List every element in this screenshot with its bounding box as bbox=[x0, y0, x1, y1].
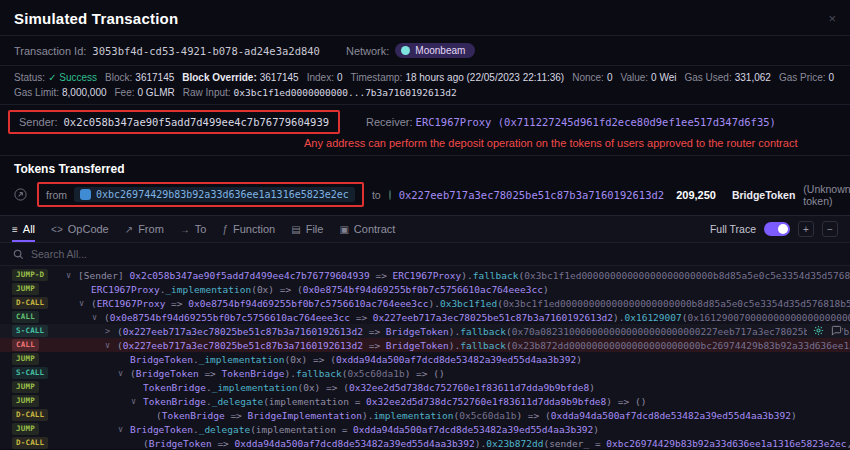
trace-row[interactable]: S-CALL>(0x227eeb717a3ec78025be51c87b3a71… bbox=[0, 324, 850, 338]
trace-controls: Full Trace + − bbox=[710, 221, 838, 237]
meta-gas-price: Gas Price:0 Wei bbox=[779, 72, 836, 83]
trace-line-text: BridgeToken._delegate(implementation = 0… bbox=[130, 424, 599, 435]
from-address[interactable]: 0xbc26974429b83b92a33d636ee1a1316e5823e2… bbox=[74, 187, 355, 202]
transaction-id-row: Transaction Id: 3053bf4d-cd53-4921-b078-… bbox=[0, 36, 850, 66]
trace-row[interactable]: JUMP-D∨[Sender] 0x2c058b347ae90f5add7d49… bbox=[0, 268, 850, 282]
trace-line-text: (TokenBridge => BridgeImplementation).im… bbox=[156, 410, 797, 421]
tab-label: Function bbox=[233, 223, 275, 235]
meta-row-2: Gas Limit:8,000,000Fee:0 GLMRRaw Input:0… bbox=[14, 87, 836, 98]
trace-line-text: [Sender] 0x2c058b347ae90f5add7d499ee4c7b… bbox=[78, 270, 850, 281]
meta-status: Status:✓ Success bbox=[14, 72, 97, 83]
tab-label: All bbox=[23, 223, 35, 235]
trace-row[interactable]: JUMPTokenBridge._implementation(0x) => (… bbox=[0, 380, 850, 394]
contract-icon: ▣ bbox=[339, 224, 348, 235]
meta-nonce: Nonce:0 bbox=[572, 72, 612, 83]
token-amount: 209,250 bbox=[676, 189, 716, 201]
search-input[interactable] bbox=[31, 248, 271, 260]
chevron-down-icon[interactable]: ∨ bbox=[66, 270, 78, 280]
trace-row[interactable]: JUMP∨BridgeToken._delegate(implementatio… bbox=[0, 422, 850, 436]
chevron-down-icon[interactable]: ∨ bbox=[118, 368, 130, 378]
trace-row[interactable]: D-CALL∨(ERC1967Proxy => 0x0e8754bf94d692… bbox=[0, 296, 850, 310]
network-logo-icon bbox=[401, 46, 410, 55]
meta-block-override: Block Override:3617145 bbox=[182, 72, 298, 83]
from-address-text: 0xbc26974429b83b92a33d636ee1a1316e5823e2… bbox=[96, 189, 349, 200]
to-address[interactable]: 0x227eeb717a3ec78025be51c87b3a7160192613… bbox=[399, 189, 665, 201]
opcode-badge: JUMP bbox=[12, 395, 39, 407]
network-name: Moonbeam bbox=[415, 45, 465, 56]
tab-function[interactable]: ƒFunction bbox=[222, 216, 275, 242]
to-label: to bbox=[372, 189, 381, 201]
function-icon: ƒ bbox=[222, 224, 228, 235]
token-note: (Unknown token) bbox=[803, 183, 850, 207]
opcode-badge: CALL bbox=[12, 311, 39, 323]
meta-row-1: Status:✓ SuccessBlock:3617145Block Overr… bbox=[14, 72, 836, 83]
trace-line-text: (0x0e8754bf94d69255bf0b7c5756610ac764eee… bbox=[104, 312, 850, 323]
receiver-address[interactable]: ERC1967Proxy (0x711227245d961fd2ece80d9e… bbox=[416, 116, 776, 128]
trace-line-text: TokenBridge._delegate(implementation = 0… bbox=[143, 396, 646, 407]
opcode-badge: D-CALL bbox=[12, 297, 48, 309]
opcode-badge: JUMP bbox=[12, 353, 39, 365]
tab-label: Contract bbox=[354, 223, 396, 235]
trace-row[interactable]: JUMP∨TokenBridge._delegate(implementatio… bbox=[0, 394, 850, 408]
tab-opcode[interactable]: <>OpCode bbox=[51, 216, 109, 242]
gear-icon[interactable] bbox=[813, 325, 824, 338]
chevron-right-icon[interactable]: > bbox=[105, 326, 117, 336]
opcode-badge: S-CALL bbox=[12, 367, 48, 379]
opcode-badge: CALL bbox=[12, 339, 39, 351]
expand-all-button[interactable]: + bbox=[798, 221, 814, 237]
chevron-down-icon[interactable]: ∨ bbox=[105, 340, 117, 350]
trace-row[interactable]: JUMPERC1967Proxy._implementation(0x) => … bbox=[0, 282, 850, 296]
tab-file[interactable]: ▤File bbox=[291, 216, 323, 242]
trace-row[interactable]: S-CALL∨(BridgeToken => TokenBridge).fall… bbox=[0, 366, 850, 380]
meta-block: Block:3617145 bbox=[105, 72, 174, 83]
contract-icon bbox=[389, 190, 391, 200]
trace-row[interactable]: D-CALL(TokenBridge => BridgeImplementati… bbox=[0, 408, 850, 422]
annotation-text: Any address can perform the deposit oper… bbox=[304, 137, 836, 149]
trace-line-text: (BridgeToken => 0xdda94da500af7dcd8de534… bbox=[143, 438, 850, 449]
transaction-id-value: 3053bf4d-cd53-4921-b078-ad24e3a2d840 bbox=[92, 45, 320, 57]
trace-row[interactable]: CALL∨(0x0e8754bf94d69255bf0b7c5756610ac7… bbox=[0, 310, 850, 324]
network-label: Network: bbox=[346, 45, 389, 57]
trace-line-text: ERC1967Proxy._implementation(0x) => (0x0… bbox=[91, 284, 549, 295]
tab-label: OpCode bbox=[68, 223, 109, 235]
sender-label: Sender: bbox=[19, 116, 58, 128]
full-trace-toggle[interactable] bbox=[764, 222, 790, 236]
token-icon bbox=[80, 189, 91, 200]
receiver-label: Receiver: bbox=[366, 116, 412, 128]
collapse-all-button[interactable]: − bbox=[822, 221, 838, 237]
page-header: Simulated Transaction × bbox=[0, 0, 850, 36]
code-icon: <> bbox=[51, 224, 63, 235]
tab-from[interactable]: ↗From bbox=[125, 216, 164, 242]
opcode-badge: JUMP bbox=[12, 381, 39, 393]
meta-value: Value:0 Wei bbox=[620, 72, 676, 83]
comment-icon[interactable] bbox=[831, 325, 842, 338]
token-transfer-row: from 0xbc26974429b83b92a33d636ee1a1316e5… bbox=[14, 182, 836, 207]
transaction-meta: Status:✓ SuccessBlock:3617145Block Overr… bbox=[0, 66, 850, 105]
chevron-down-icon[interactable]: ∨ bbox=[118, 424, 130, 434]
meta-gas-limit: Gas Limit:8,000,000 bbox=[14, 87, 107, 98]
chevron-down-icon[interactable]: ∨ bbox=[131, 396, 143, 406]
tab-to[interactable]: →To bbox=[180, 216, 207, 242]
meta-timestamp: Timestamp:18 hours ago (22/05/2023 22:11… bbox=[351, 72, 565, 83]
trace-row[interactable]: D-CALL(BridgeToken => 0xdda94da500af7dcd… bbox=[0, 436, 850, 450]
tab-all[interactable]: ≡All bbox=[12, 216, 35, 242]
tokens-transferred-title: Tokens Transferred bbox=[14, 162, 836, 176]
sender-address[interactable]: 0x2c058b347ae90f5add7d499ee4c7b767796049… bbox=[64, 116, 330, 128]
from-arrow-icon: ↗ bbox=[125, 224, 133, 235]
opcode-badge: D-CALL bbox=[12, 409, 48, 421]
token-name: BridgeToken bbox=[732, 189, 795, 201]
tab-label: To bbox=[195, 223, 207, 235]
parties-section: Sender: 0x2c058b347ae90f5add7d499ee4c7b7… bbox=[0, 105, 850, 156]
trace-row[interactable]: CALL∨(0x227eeb717a3ec78025be51c87b3a7160… bbox=[0, 338, 850, 352]
full-trace-label: Full Trace bbox=[710, 223, 756, 235]
list-icon: ≡ bbox=[12, 224, 18, 235]
tab-contract[interactable]: ▣Contract bbox=[339, 216, 395, 242]
chevron-down-icon[interactable]: ∨ bbox=[79, 298, 91, 308]
trace-row[interactable]: JUMPBridgeToken._implementation(0x) => (… bbox=[0, 352, 850, 366]
close-icon[interactable]: × bbox=[828, 12, 836, 25]
chevron-down-icon[interactable]: ∨ bbox=[92, 312, 104, 322]
trace-line-text: (0x227eeb717a3ec78025be51c87b3a716019261… bbox=[117, 340, 850, 351]
transaction-id-label: Transaction Id: bbox=[14, 45, 86, 57]
trace-line-text: (BridgeToken => TokenBridge).fallback(0x… bbox=[130, 368, 445, 379]
receiver-group: Receiver: ERC1967Proxy (0x711227245d961f… bbox=[366, 116, 776, 128]
